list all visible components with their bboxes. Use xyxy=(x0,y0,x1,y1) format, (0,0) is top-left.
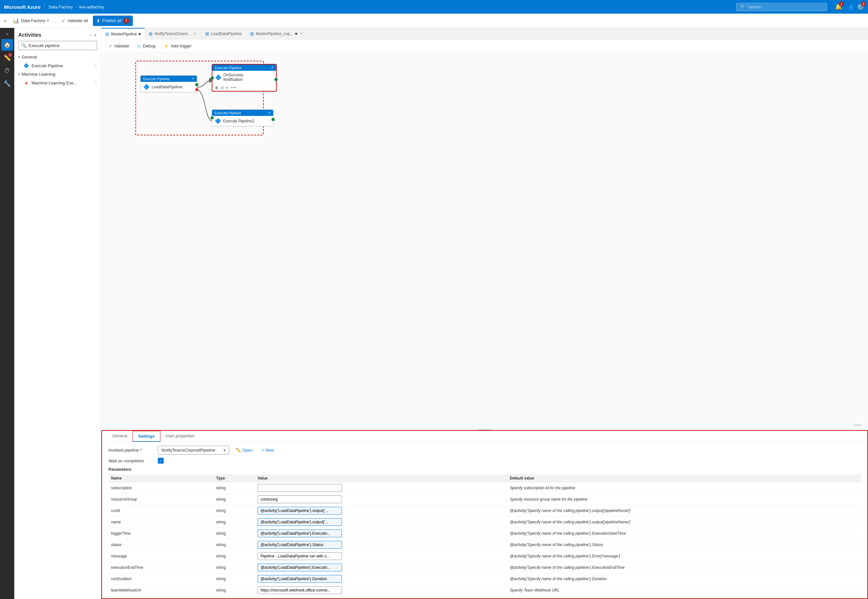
param-input-message[interactable] xyxy=(258,552,342,560)
node3-input-connector[interactable] xyxy=(210,116,214,119)
param-row-runId: runIdstring@activity('Specify name of th… xyxy=(108,505,861,516)
minimize-panel-btn[interactable]: « xyxy=(93,32,97,38)
tab-master-copy[interactable]: ⊞ MasterPipeline_cop... ✕ xyxy=(246,28,307,40)
param-input-triggerTime[interactable] xyxy=(258,530,342,537)
param-input-subscription[interactable] xyxy=(258,484,342,492)
node-onsuccess[interactable]: Execute Pipeline ↗ 🔷 OnSuccessNotificati… xyxy=(212,64,277,92)
invoked-pipeline-select[interactable]: NotifyTeamsChannelPipeline ▾ xyxy=(158,446,229,455)
param-name-3: name xyxy=(108,516,214,528)
ml-execute-item[interactable]: 🔺 Machine Learning Exe... ⠿ xyxy=(14,78,101,87)
param-input-executionEndTime[interactable] xyxy=(258,564,342,571)
pipeline-label: live-adfactory xyxy=(79,5,104,9)
tab-general[interactable]: General xyxy=(107,431,133,442)
pipeline-canvas[interactable]: Execute Pipeline ↗ 🔷 LoadDataPipeline Ex… xyxy=(101,53,868,429)
service-label[interactable]: Data Factory xyxy=(49,5,73,9)
tab-icon-load: ⊞ xyxy=(205,31,209,36)
tab-notify[interactable]: ⊞ NotifyTeamsChann... ✕ xyxy=(145,28,201,40)
nav-arrow: › xyxy=(75,5,77,9)
settings-icon-btn[interactable]: ⚙️ 8 xyxy=(857,3,864,11)
notifications-icon-btn[interactable]: 🔔 1 xyxy=(835,3,842,11)
manage-rail-btn[interactable]: 🔧 xyxy=(1,78,13,90)
link-icon[interactable]: ⟷ xyxy=(231,86,236,90)
expand-rail-btn[interactable]: » xyxy=(3,17,8,25)
publish-all-btn[interactable]: ⬆ Publish all 2 xyxy=(93,16,133,26)
param-input-runId[interactable] xyxy=(258,507,342,515)
tab-dot-master-copy xyxy=(295,33,297,35)
debug-btn[interactable]: ▷ Debug xyxy=(134,42,159,50)
node3-output-right[interactable] xyxy=(271,118,275,121)
tab-dot-master xyxy=(139,33,141,35)
new-pipeline-btn[interactable]: + New xyxy=(259,446,277,454)
node2-output-right[interactable] xyxy=(274,78,278,81)
node2-input-connector[interactable] xyxy=(211,76,214,80)
activities-search-box[interactable]: 🔍 xyxy=(18,41,97,50)
param-name-4: triggerTime xyxy=(108,528,214,539)
content-area: ✓ Validate ▷ Debug ⚡ Add trigger xyxy=(101,40,868,599)
edit-rail-btn[interactable]: ✏️ 2 xyxy=(1,52,13,64)
param-value-cell-2 xyxy=(255,505,507,516)
activities-search-input[interactable] xyxy=(29,43,94,48)
data-factory-btn[interactable]: 📊 Data Factory ▾ xyxy=(9,15,53,26)
param-row-subscription: subscriptionstringSpecify subscription i… xyxy=(108,482,861,494)
activities-section: ▾ General 🔷 Execute Pipeline ⠿ ▾ Machine… xyxy=(14,53,101,599)
tab-user-properties[interactable]: User properties xyxy=(160,431,200,442)
param-input-resourceGroup[interactable] xyxy=(258,495,342,503)
canvas-controls xyxy=(854,421,862,426)
param-input-status[interactable] xyxy=(258,541,342,549)
tab-close-notify[interactable]: ✕ xyxy=(193,31,197,36)
param-default-4: @activity('Specify name of the calling p… xyxy=(507,528,861,539)
param-input-runDuration[interactable] xyxy=(258,575,342,583)
delete-icon[interactable]: 🗑 xyxy=(215,86,219,90)
param-name-1: resourceGroup xyxy=(108,494,214,505)
tab-load[interactable]: ⊞ LoadDataPipeline xyxy=(201,28,246,40)
node2-external-link-icon[interactable]: ↗ xyxy=(270,66,273,70)
param-value-cell-0 xyxy=(255,482,507,494)
code-icon[interactable]: {} xyxy=(221,86,223,90)
node1-fail-connector[interactable] xyxy=(195,88,198,91)
tab-master-pipeline[interactable]: ⊞ MasterPipeline xyxy=(101,28,145,40)
category-general[interactable]: ▾ General xyxy=(14,53,101,61)
node2-type: Execute Pipeline xyxy=(215,66,242,70)
node2-body: 🔷 OnSuccessNotification xyxy=(212,71,276,84)
parameters-table: Name Type Value Default value subscripti… xyxy=(108,474,861,596)
param-default-5: @activity('Specify name of the calling p… xyxy=(507,539,861,551)
select-chevron-icon: ▾ xyxy=(223,448,226,453)
node-execute-pipeline2[interactable]: Execute Pipeline ↗ 🔷 Execute Pipeline2 xyxy=(212,110,273,126)
new-label: New xyxy=(265,448,274,453)
tab-settings[interactable]: Settings xyxy=(133,431,160,442)
param-input-teamWebhookUrl[interactable] xyxy=(258,586,342,594)
execute-pipeline-item[interactable]: 🔷 Execute Pipeline ⠿ xyxy=(14,61,101,70)
node1-output-connector[interactable] xyxy=(195,83,198,86)
node2-icon: 🔷 xyxy=(215,74,222,81)
wait-completion-checkbox[interactable]: ✓ xyxy=(158,458,164,464)
zoom-handle[interactable] xyxy=(854,424,862,426)
tab-general-label: General xyxy=(112,433,127,438)
param-type-1: string xyxy=(214,494,255,505)
open-pipeline-btn[interactable]: ✏️ Open xyxy=(233,446,255,454)
tab-close-master-copy[interactable]: ✕ xyxy=(299,31,303,36)
validate-all-btn[interactable]: ✓ Validate all xyxy=(58,16,92,26)
validate-btn[interactable]: ✓ Validate xyxy=(105,42,133,50)
param-input-name[interactable] xyxy=(258,518,342,526)
search-box[interactable]: 🔍 Search xyxy=(736,3,827,11)
drag-handle: ⠿ xyxy=(94,63,97,68)
home-rail-btn[interactable]: 🏠 xyxy=(1,39,13,51)
node1-icon: 🔷 xyxy=(143,84,150,90)
param-type-6: string xyxy=(214,551,255,562)
node-load-data-pipeline[interactable]: Execute Pipeline ↗ 🔷 LoadDataPipeline xyxy=(140,75,197,92)
collapse-panel-btn[interactable]: ‹ xyxy=(89,32,92,38)
ml-execute-label: Machine Learning Exe... xyxy=(32,81,77,86)
tab-settings-label: Settings xyxy=(138,434,155,439)
add-trigger-btn[interactable]: ⚡ Add trigger xyxy=(160,42,195,50)
collapse-btn[interactable]: « xyxy=(1,30,13,38)
monitor-rail-btn[interactable]: ⏱ xyxy=(1,65,13,77)
node1-external-link-icon[interactable]: ↗ xyxy=(191,77,194,81)
node3-body: 🔷 Execute Pipeline2 xyxy=(212,116,273,126)
copy-icon[interactable]: ⎘ xyxy=(226,86,228,90)
node3-external-link-icon[interactable]: ↗ xyxy=(268,111,270,115)
people-icon-btn[interactable]: 👥 xyxy=(846,3,853,11)
node2-footer: 🗑 {} ⎘ ⟷ xyxy=(212,84,276,91)
tab-label-master: MasterPipeline xyxy=(111,32,137,36)
category-ml[interactable]: ▾ Machine Learning xyxy=(14,70,101,78)
main-layout: « 🏠 ✏️ 2 ⏱ 🔧 Activities ‹ « 🔍 ▾ General xyxy=(0,28,868,599)
